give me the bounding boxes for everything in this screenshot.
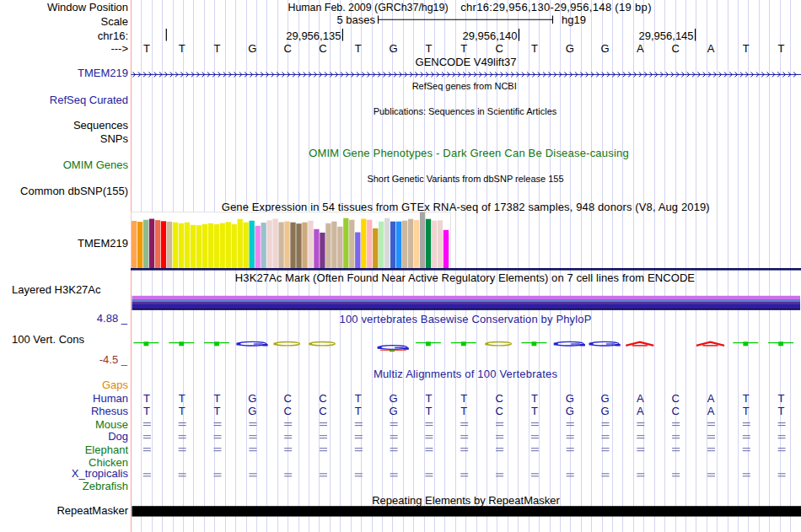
svg-text:Elephant: Elephant <box>85 443 129 456</box>
svg-text:Short Genetic Variants from db: Short Genetic Variants from dbSNP releas… <box>367 174 563 184</box>
svg-text:T: T <box>214 405 221 417</box>
svg-text:C: C <box>495 392 503 405</box>
svg-text:C: C <box>319 42 326 55</box>
svg-text:T: T <box>460 405 467 417</box>
svg-text:T: T <box>743 392 750 405</box>
svg-text:G: G <box>566 42 574 55</box>
svg-text:--->: ---> <box>110 42 128 55</box>
svg-text:-4.5 _: -4.5 _ <box>99 353 128 366</box>
svg-text:OMIM Genes: OMIM Genes <box>63 159 129 171</box>
svg-text:hg19: hg19 <box>562 13 586 26</box>
svg-text:Mouse: Mouse <box>95 418 128 431</box>
svg-text:T: T <box>778 405 785 417</box>
svg-text:T: T <box>531 392 538 405</box>
svg-text:RefSeq Curated: RefSeq Curated <box>50 94 128 106</box>
svg-text:G: G <box>248 405 256 417</box>
svg-text:T: T <box>425 405 432 417</box>
svg-text:T: T <box>425 392 432 405</box>
svg-text:C: C <box>284 392 292 405</box>
svg-text:A: A <box>707 392 715 405</box>
svg-text:100 vertebrates Basewise Conse: 100 vertebrates Basewise Conservation by… <box>340 313 592 325</box>
svg-text:RefSeq genes from NCBI: RefSeq genes from NCBI <box>412 81 517 91</box>
svg-text:A: A <box>707 405 715 417</box>
svg-text:G: G <box>600 42 609 55</box>
svg-text:T: T <box>778 42 785 55</box>
svg-text:C: C <box>319 392 326 405</box>
svg-text:C: C <box>495 405 503 417</box>
svg-text:G: G <box>390 42 398 55</box>
svg-text:T: T <box>778 392 785 405</box>
svg-text:G: G <box>248 392 256 405</box>
svg-text:Layered H3K27Ac: Layered H3K27Ac <box>12 283 101 296</box>
svg-text:T: T <box>743 42 750 55</box>
svg-text:H3K27Ac Mark (Often Found Near: H3K27Ac Mark (Often Found Near Active Re… <box>235 271 696 284</box>
svg-text:C: C <box>671 392 679 405</box>
svg-text:C: C <box>495 42 503 55</box>
svg-text:T: T <box>179 42 185 55</box>
svg-text:Scale: Scale <box>100 15 128 28</box>
svg-text:T: T <box>143 392 150 405</box>
svg-text:T: T <box>355 392 362 405</box>
svg-text:Publications: Sequences in Sci: Publications: Sequences in Scientific Ar… <box>374 106 557 116</box>
svg-text:T: T <box>179 405 185 417</box>
svg-text:OMIM Gene Phenotypes - Dark Gr: OMIM Gene Phenotypes - Dark Green Can Be… <box>309 147 629 159</box>
svg-text:29,956,140: 29,956,140 <box>462 30 517 42</box>
svg-text:Dog: Dog <box>108 430 128 443</box>
svg-text:100 Vert. Cons: 100 Vert. Cons <box>12 333 84 346</box>
svg-text:T: T <box>531 405 538 417</box>
svg-text:Common dbSNP(155): Common dbSNP(155) <box>20 185 128 197</box>
svg-text:A: A <box>637 392 644 405</box>
svg-text:C: C <box>671 405 679 417</box>
svg-text:T: T <box>743 405 750 417</box>
svg-text:Zebrafish: Zebrafish <box>83 480 128 492</box>
svg-text:TMEM219: TMEM219 <box>78 237 128 250</box>
svg-text:C: C <box>671 42 679 55</box>
svg-text:Gaps: Gaps <box>102 379 129 391</box>
svg-text:GENCODE V49lift37: GENCODE V49lift37 <box>416 56 517 68</box>
svg-text:T: T <box>143 42 150 55</box>
svg-text:T: T <box>214 392 221 405</box>
svg-text:Repeating Elements by RepeatMa: Repeating Elements by RepeatMasker <box>372 494 560 507</box>
svg-text:T: T <box>460 42 467 55</box>
svg-text:T: T <box>460 392 467 405</box>
svg-text:29,956,145: 29,956,145 <box>639 30 694 42</box>
svg-text:G: G <box>566 405 574 417</box>
svg-text:Window Position: Window Position <box>47 1 128 13</box>
svg-text:T: T <box>531 42 538 55</box>
svg-text:Gene Expression in 54 tissues: Gene Expression in 54 tissues from GTEx … <box>222 201 710 213</box>
svg-text:C: C <box>284 405 292 417</box>
svg-text:29,956,135: 29,956,135 <box>286 30 341 42</box>
svg-text:A: A <box>637 405 644 417</box>
svg-text:G: G <box>600 392 609 405</box>
svg-text:T: T <box>425 42 432 55</box>
svg-text:A: A <box>637 42 644 55</box>
svg-text:TMEM219: TMEM219 <box>78 67 128 79</box>
svg-text:G: G <box>390 405 398 417</box>
svg-text:T: T <box>214 42 221 55</box>
svg-text:Human: Human <box>93 392 128 405</box>
svg-text:Multiz Alignments of 100 Verte: Multiz Alignments of 100 Vertebrates <box>374 368 558 380</box>
svg-text:G: G <box>566 392 574 405</box>
svg-text:A: A <box>707 42 715 55</box>
svg-text:RepeatMasker: RepeatMasker <box>56 504 128 517</box>
svg-text:T: T <box>179 392 185 405</box>
svg-text:SNPs: SNPs <box>100 132 129 145</box>
svg-text:4.88 _: 4.88 _ <box>97 312 128 325</box>
svg-text:G: G <box>600 405 609 417</box>
svg-text:5 bases: 5 bases <box>336 13 375 26</box>
svg-text:C: C <box>319 405 326 417</box>
svg-text:C: C <box>284 42 292 55</box>
svg-text:G: G <box>248 42 256 55</box>
svg-text:T: T <box>355 405 362 417</box>
svg-text:Chicken: Chicken <box>89 456 128 469</box>
svg-text:chr16:29,956,130-29,956,148 (1: chr16:29,956,130-29,956,148 (19 bp) <box>460 1 652 13</box>
svg-text:T: T <box>355 42 362 55</box>
svg-text:Sequences: Sequences <box>73 119 129 132</box>
svg-text:Rhesus: Rhesus <box>91 405 129 417</box>
svg-text:chr16:: chr16: <box>98 30 128 42</box>
svg-text:Human Feb. 2009 (GRCh37/hg19): Human Feb. 2009 (GRCh37/hg19) <box>288 2 448 13</box>
svg-text:X_tropicalis: X_tropicalis <box>72 467 129 480</box>
svg-text:G: G <box>390 392 398 405</box>
svg-text:T: T <box>143 405 150 417</box>
